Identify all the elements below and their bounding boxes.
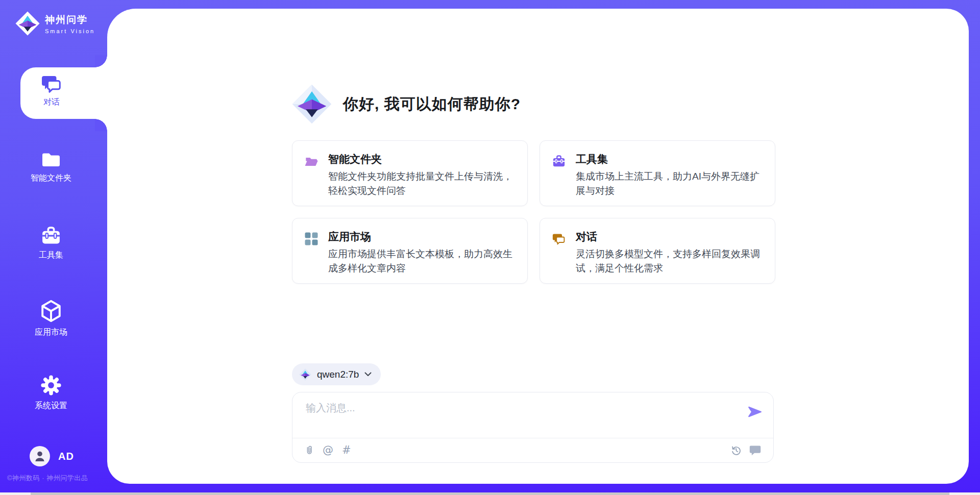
folder-open-icon xyxy=(305,155,318,168)
grid-icon xyxy=(305,232,318,245)
model-name: qwen2:7b xyxy=(317,369,359,380)
app-title: 神州问学 xyxy=(45,13,95,27)
chat-icon xyxy=(552,232,566,245)
pill-fillet-bottom xyxy=(95,119,107,131)
app-subtitle: Smart Vision xyxy=(45,28,95,34)
folder-icon xyxy=(41,151,61,168)
card-title: 智能文件夹 xyxy=(328,152,382,166)
copyright-text: ©神州数码 · 神州问学出品 xyxy=(7,474,88,483)
history-button[interactable] xyxy=(731,445,742,456)
card-description: 集成市场上主流工具，助力AI与外界无缝扩展与对接 xyxy=(576,169,767,198)
sidebar-item-smart-folder[interactable]: 智能文件夹 xyxy=(0,151,102,184)
history-icon xyxy=(731,445,742,456)
avatar xyxy=(30,446,50,466)
sidebar-item-label: 系统设置 xyxy=(35,401,67,411)
sidebar-item-label: 智能文件夹 xyxy=(31,173,71,184)
cube-icon xyxy=(40,300,62,323)
model-selector[interactable]: qwen2:7b xyxy=(292,363,381,385)
paperclip-icon xyxy=(305,444,314,456)
toolbox-icon xyxy=(41,226,61,245)
card-description: 应用市场提供丰富长文本模板，助力高效生成多样化文章内容 xyxy=(328,247,519,276)
card-title: 对话 xyxy=(576,230,597,244)
card-app-market[interactable]: 应用市场 应用市场提供丰富长文本模板，助力高效生成多样化文章内容 xyxy=(292,218,528,284)
user-account[interactable]: AD xyxy=(30,446,74,466)
greeting-diamond-icon xyxy=(292,83,332,125)
sidebar-item-label: 对话 xyxy=(43,97,60,108)
horizontal-scrollbar xyxy=(0,492,980,495)
gear-icon xyxy=(40,375,62,396)
feedback-button[interactable] xyxy=(749,445,761,456)
toolbox-icon xyxy=(552,155,566,168)
user-name: AD xyxy=(58,451,74,462)
sidebar-item-label: 工具集 xyxy=(39,250,63,261)
horizontal-scrollbar-thumb[interactable] xyxy=(31,492,949,495)
brand-diamond-icon xyxy=(15,11,40,36)
card-title: 工具集 xyxy=(576,152,608,166)
feature-cards: 智能文件夹 智能文件夹功能支持批量文件上传与清洗，轻松实现文件问答 工具集 集成… xyxy=(292,140,775,284)
mention-icon[interactable]: @ xyxy=(323,445,333,456)
main-panel: 你好, 我可以如何帮助你? 智能文件夹 智能文件夹功能支持批量文件上传与清洗，轻… xyxy=(107,9,969,484)
chat-bubble-icon xyxy=(749,445,761,456)
sidebar-item-chat[interactable]: 对话 xyxy=(20,67,107,119)
topic-icon[interactable]: # xyxy=(342,445,351,456)
card-chat[interactable]: 对话 灵活切换多模型文件，支持多样回复效果调试，满足个性化需求 xyxy=(540,218,775,284)
card-description: 智能文件夹功能支持批量文件上传与清洗，轻松实现文件问答 xyxy=(328,169,519,198)
card-title: 应用市场 xyxy=(328,230,371,244)
chevron-down-icon xyxy=(364,372,372,377)
message-input[interactable] xyxy=(306,401,734,433)
card-toolset[interactable]: 工具集 集成市场上主流工具，助力AI与外界无缝扩展与对接 xyxy=(540,140,775,206)
composer-toolbar: @ # xyxy=(292,438,773,462)
sidebar: 神州问学 Smart Vision 对话 智能文件夹 工具集 xyxy=(0,0,107,495)
greeting: 你好, 我可以如何帮助你? xyxy=(292,83,521,125)
send-button[interactable] xyxy=(748,405,762,419)
app-logo: 神州问学 Smart Vision xyxy=(15,11,95,36)
send-icon xyxy=(748,405,762,419)
sidebar-item-app-market[interactable]: 应用市场 xyxy=(0,300,102,338)
greeting-title: 你好, 我可以如何帮助你? xyxy=(343,94,521,115)
card-description: 灵活切换多模型文件，支持多样回复效果调试，满足个性化需求 xyxy=(576,247,767,276)
person-icon xyxy=(34,450,45,462)
sidebar-item-label: 应用市场 xyxy=(35,327,67,338)
pill-fillet-top xyxy=(95,55,107,67)
sidebar-item-settings[interactable]: 系统设置 xyxy=(0,375,102,411)
model-diamond-icon xyxy=(299,368,311,381)
attach-button[interactable] xyxy=(305,444,314,456)
card-smart-folder[interactable]: 智能文件夹 智能文件夹功能支持批量文件上传与清洗，轻松实现文件问答 xyxy=(292,140,528,206)
chat-icon xyxy=(41,74,62,93)
message-composer: @ # xyxy=(292,392,774,463)
sidebar-item-toolset[interactable]: 工具集 xyxy=(0,226,102,261)
